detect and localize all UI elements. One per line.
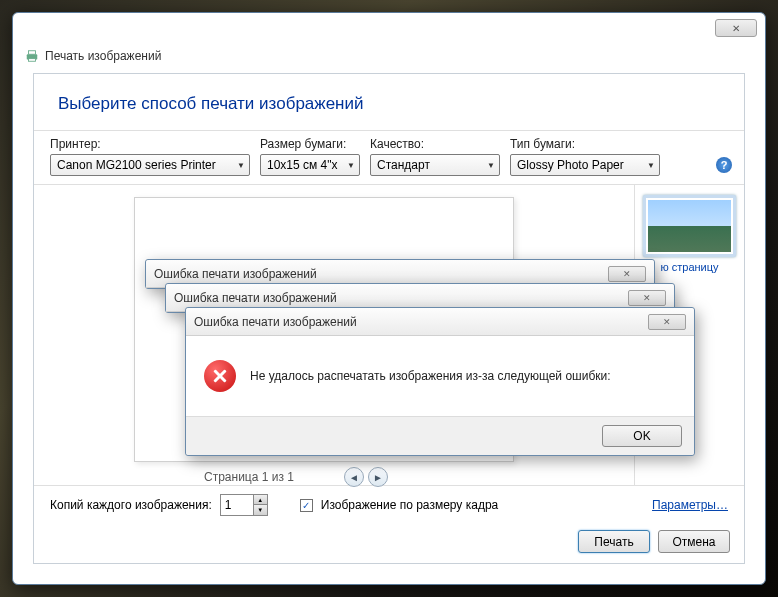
next-page-button[interactable]: ► [368,467,388,487]
chevron-down-icon: ▼ [641,161,655,170]
print-button[interactable]: Печать [578,530,650,553]
error-icon [204,360,236,392]
chevron-down-icon: ▼ [231,161,245,170]
error-dialog-3: Ошибка печати изображений ✕ Не удалось р… [185,307,695,456]
error-close-button[interactable]: ✕ [608,266,646,282]
error-title: Ошибка печати изображений [174,291,337,305]
copies-label: Копий каждого изображения: [50,498,212,512]
paper-size-value: 10x15 см 4"x [267,158,338,172]
paper-type-dropdown[interactable]: Glossy Photo Paper ▼ [510,154,660,176]
error-close-button[interactable]: ✕ [648,314,686,330]
copies-input[interactable]: 1 ▲ ▼ [220,494,268,516]
error-ok-button[interactable]: OK [602,425,682,447]
fit-checkbox[interactable]: ✓ [300,499,313,512]
svg-rect-2 [29,59,36,62]
action-bar: Печать Отмена [578,530,730,553]
prev-page-button[interactable]: ◄ [344,467,364,487]
fit-label: Изображение по размеру кадра [321,498,498,512]
window-header: Печать изображений [25,49,161,63]
help-icon[interactable]: ? [716,157,732,173]
quality-dropdown[interactable]: Стандарт ▼ [370,154,500,176]
copies-value: 1 [221,498,253,512]
thumbnail-image [648,200,731,252]
page-heading: Выберите способ печати изображений [34,74,744,130]
error-title: Ошибка печати изображений [194,315,357,329]
bottom-bar: Копий каждого изображения: 1 ▲ ▼ ✓ Изобр… [34,485,744,524]
printer-label: Принтер: [50,137,250,151]
error-title: Ошибка печати изображений [154,267,317,281]
config-row: Принтер: Canon MG2100 series Printer ▼ Р… [34,130,744,185]
svg-rect-1 [29,51,36,55]
error-close-button[interactable]: ✕ [628,290,666,306]
paper-type-value: Glossy Photo Paper [517,158,624,172]
printer-dropdown[interactable]: Canon MG2100 series Printer ▼ [50,154,250,176]
paper-size-label: Размер бумаги: [260,137,360,151]
page-indicator: Страница 1 из 1 [204,470,294,484]
printer-value: Canon MG2100 series Printer [57,158,216,172]
copies-up[interactable]: ▲ [253,495,267,505]
chevron-down-icon: ▼ [341,161,355,170]
quality-label: Качество: [370,137,500,151]
printer-icon [25,49,39,63]
window-title: Печать изображений [45,49,161,63]
layout-thumbnail[interactable] [643,195,736,257]
chevron-down-icon: ▼ [481,161,495,170]
window-close-button[interactable]: ✕ [715,19,757,37]
cancel-button[interactable]: Отмена [658,530,730,553]
quality-value: Стандарт [377,158,430,172]
parameters-link[interactable]: Параметры… [652,498,728,512]
paper-type-label: Тип бумаги: [510,137,660,151]
copies-down[interactable]: ▼ [253,505,267,515]
paper-size-dropdown[interactable]: 10x15 см 4"x ▼ [260,154,360,176]
error-message: Не удалось распечатать изображения из-за… [250,369,611,383]
